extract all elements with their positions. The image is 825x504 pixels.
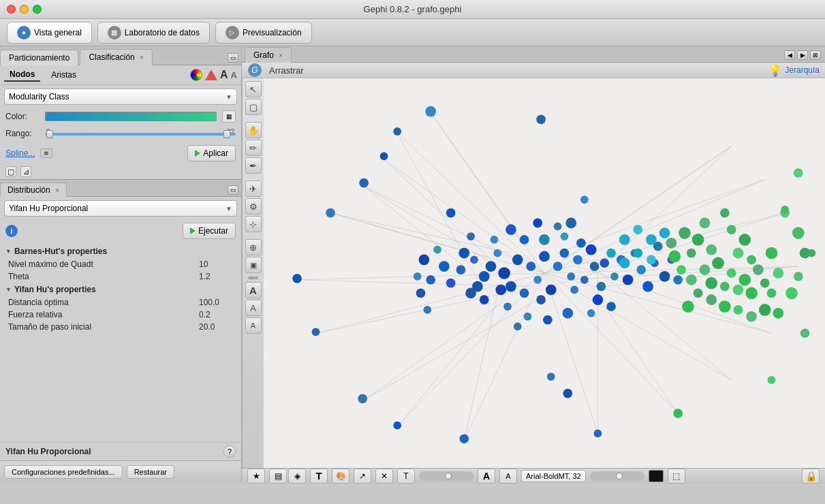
execute-button[interactable]: Ejecutar <box>183 223 236 239</box>
media-btn-2[interactable]: ◈ <box>288 469 306 484</box>
svg-point-72 <box>610 272 619 281</box>
nav-bar: ● Vista general ▦ Laboratorio de datos ▷… <box>0 19 825 46</box>
zoom-all-btn[interactable]: ⊕ <box>245 239 262 255</box>
svg-point-130 <box>668 251 681 263</box>
dist-dropdown[interactable]: Yifan Hu Proporcional ▼ <box>4 200 237 217</box>
svg-point-111 <box>720 208 730 218</box>
color-a-small-icon[interactable]: A <box>231 70 237 80</box>
color-triangle-icon[interactable] <box>205 69 217 80</box>
aristas-tab[interactable]: Aristas <box>46 69 82 81</box>
play-icon <box>195 150 200 157</box>
close-dist-tab-icon[interactable]: × <box>55 187 59 194</box>
maximize-button[interactable] <box>33 5 42 14</box>
title-bar: Gephi 0.8.2 - grafo.gephi <box>0 0 825 19</box>
font-down-btn[interactable]: A <box>478 469 495 484</box>
vista-general-button[interactable]: ● Vista general <box>7 22 92 44</box>
close-button[interactable] <box>7 5 16 14</box>
airplane-btn[interactable]: ✈ <box>245 180 262 197</box>
color-swatch[interactable] <box>649 470 664 482</box>
select-tool-btn[interactable]: ↖ <box>245 81 262 97</box>
lock-btn[interactable]: 🔒 <box>802 469 820 484</box>
text-btn[interactable]: T <box>310 469 328 484</box>
pencil-btn[interactable]: ✏ <box>245 140 262 156</box>
square-btn[interactable]: ▣ <box>245 257 262 273</box>
svg-point-158 <box>380 152 388 160</box>
color-a-big-icon[interactable]: A <box>220 69 228 81</box>
nodos-tab[interactable]: Nodos <box>4 68 40 82</box>
dist-ctrl-btn[interactable]: ▭ <box>228 185 238 195</box>
graph-area-with-toolbar: ↖ ▢ ✋ ✏ ✒ ✈ ⚙ ⊹ ⊕ ▣ size A A A <box>242 78 825 468</box>
laboratorio-button[interactable]: ▦ Laboratorio de datos <box>97 22 210 44</box>
jerarquia-link[interactable]: Jerarquía <box>785 65 820 75</box>
font-size-slider[interactable] <box>590 471 644 481</box>
dist-tab[interactable]: Distribución × <box>0 183 67 197</box>
color-edit-icon[interactable]: ▦ <box>222 110 236 123</box>
svg-point-57 <box>580 276 589 284</box>
graph-canvas[interactable] <box>264 78 825 468</box>
tab-particionamiento[interactable]: Particionamiento <box>0 50 78 65</box>
zoom-slider-thumb[interactable] <box>445 473 452 479</box>
svg-point-85 <box>419 255 430 266</box>
svg-point-170 <box>800 328 810 338</box>
arrastrar-label: Arrastrar <box>269 65 304 76</box>
tab-clasificacion[interactable]: Clasificación × <box>80 49 153 65</box>
color-gradient-bar[interactable] <box>45 112 217 121</box>
text-a-btn[interactable]: A <box>245 282 262 298</box>
minimize-button[interactable] <box>20 5 29 14</box>
slider-thumb-right[interactable] <box>223 130 230 138</box>
rango-slider[interactable]: 0 22 <box>45 127 236 140</box>
graph-tab[interactable]: Grafo × <box>245 47 292 63</box>
svg-point-127 <box>705 277 717 289</box>
help-button[interactable]: ? <box>223 445 236 458</box>
close-graph-tab-icon[interactable]: × <box>279 52 283 59</box>
modularity-dropdown[interactable]: Modularity Class ▼ <box>4 89 237 105</box>
svg-point-148 <box>773 308 783 319</box>
svg-point-176 <box>536 114 546 124</box>
arrow-btn[interactable]: ↗ <box>354 469 371 484</box>
restore-button[interactable]: Restaurar <box>127 465 174 479</box>
close-clasificacion-tab-icon[interactable]: × <box>140 54 144 61</box>
slider-thumb-left[interactable] <box>46 130 53 138</box>
export-btn[interactable]: ⬚ <box>668 469 685 484</box>
x-btn[interactable]: ✕ <box>375 469 393 484</box>
settings-btn[interactable]: ⚙ <box>245 198 262 215</box>
filter-square-icon[interactable]: ▢ <box>5 166 16 177</box>
apply-button[interactable]: Aplicar <box>187 145 236 161</box>
svg-point-167 <box>781 206 789 214</box>
svg-point-68 <box>600 258 609 268</box>
media-btn-1[interactable]: ▤ <box>269 469 287 484</box>
text-a2-btn[interactable]: A <box>245 300 262 316</box>
barnes-hut-header[interactable]: ▼ Barnes-Hut's properties <box>0 245 241 258</box>
window-controls[interactable] <box>7 5 42 14</box>
previsualizacion-button[interactable]: ▷ Previsualización <box>215 22 312 44</box>
pan-btn[interactable]: ✋ <box>245 122 262 138</box>
graph-nav-close[interactable]: ⊠ <box>810 50 821 60</box>
svg-point-43 <box>512 255 523 266</box>
cursor2-btn[interactable]: T <box>397 469 415 484</box>
yifan-hu-header[interactable]: ▼ Yifan Hu's properties <box>0 283 241 296</box>
pencil2-btn[interactable]: ✒ <box>245 157 262 174</box>
spline-link[interactable]: Spline... <box>5 148 35 158</box>
filter-row: ▢ ⊿ <box>0 164 241 179</box>
info-icon[interactable]: i <box>5 225 18 237</box>
dist-tab-strip: Distribución × ▭ <box>0 179 241 197</box>
tab-ctrl-btn-1[interactable]: ▭ <box>228 53 238 63</box>
rect-select-btn[interactable]: ▢ <box>245 99 262 115</box>
cursor-btn[interactable]: ⊹ <box>245 216 262 232</box>
font-up-btn[interactable]: A <box>499 469 517 484</box>
spline-icon[interactable]: ≋ <box>40 148 52 158</box>
text-a3-btn[interactable]: A <box>245 317 262 334</box>
font-size-slider-thumb[interactable] <box>616 473 623 479</box>
layout-name: Yifan Hu Proporcional <box>5 447 91 456</box>
svg-point-45 <box>498 267 510 279</box>
filter-funnel-icon[interactable]: ⊿ <box>20 166 31 177</box>
color-circle-icon[interactable] <box>190 69 202 81</box>
zoom-slider[interactable] <box>419 471 473 481</box>
star-btn[interactable]: ★ <box>247 469 265 484</box>
execute-row: i Ejecutar <box>0 220 241 242</box>
svg-point-91 <box>423 306 431 314</box>
config-button[interactable]: Configuraciones predefinidas... <box>4 465 123 479</box>
graph-nav-right[interactable]: ▶ <box>797 50 808 60</box>
paint-btn[interactable]: 🎨 <box>332 469 349 484</box>
graph-nav-left[interactable]: ◀ <box>784 50 795 60</box>
